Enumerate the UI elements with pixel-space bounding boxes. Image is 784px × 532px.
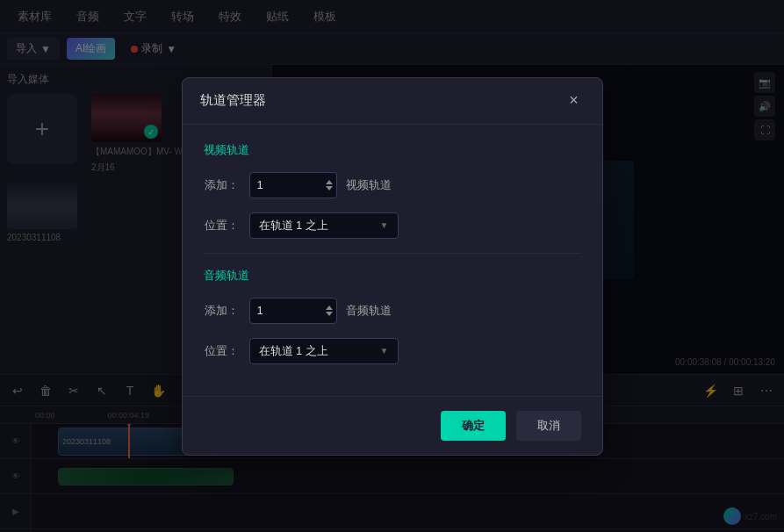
dialog-close-button[interactable]: × — [564, 90, 585, 111]
dialog-header: 轨道管理器 × — [183, 78, 602, 125]
audio-section-title: 音频轨道 — [204, 268, 581, 284]
cancel-button[interactable]: 取消 — [516, 411, 581, 441]
dialog-footer: 确定 取消 — [183, 396, 602, 455]
audio-add-label: 添加： — [204, 303, 239, 319]
audio-track-unit: 音频轨道 — [346, 303, 392, 319]
video-position-chevron-icon: ▼ — [380, 220, 389, 230]
track-manager-dialog: 轨道管理器 × 视频轨道 添加： 视频轨道 — [182, 77, 603, 456]
video-add-input[interactable] — [250, 178, 312, 191]
dialog-divider — [204, 253, 581, 254]
audio-add-spinner[interactable] — [249, 298, 337, 324]
audio-position-row: 位置： 在轨道 1 之上 ▼ — [204, 338, 581, 364]
video-track-unit: 视频轨道 — [346, 177, 392, 193]
video-add-spinner-buttons — [326, 180, 333, 191]
dialog-body: 视频轨道 添加： 视频轨道 位置： — [183, 125, 602, 396]
dialog-overlay: 轨道管理器 × 视频轨道 添加： 视频轨道 — [0, 0, 784, 532]
dialog-title: 轨道管理器 — [200, 92, 266, 109]
audio-add-spinner-buttons — [326, 306, 333, 316]
audio-add-decrement-button[interactable] — [326, 312, 333, 316]
video-add-label: 添加： — [204, 177, 239, 193]
video-add-row: 添加： 视频轨道 — [204, 172, 581, 198]
audio-position-chevron-icon: ▼ — [380, 346, 389, 356]
audio-add-input-group: 音频轨道 — [249, 298, 392, 324]
audio-position-select[interactable]: 在轨道 1 之上 ▼ — [249, 338, 399, 364]
confirm-button[interactable]: 确定 — [441, 411, 506, 441]
video-add-spinner[interactable] — [249, 172, 337, 198]
video-section-title: 视频轨道 — [204, 142, 581, 158]
video-position-value: 在轨道 1 之上 — [259, 218, 328, 234]
audio-add-input[interactable] — [250, 304, 312, 317]
audio-add-increment-button[interactable] — [326, 306, 333, 310]
video-add-input-group: 视频轨道 — [249, 172, 392, 198]
audio-position-value: 在轨道 1 之上 — [259, 343, 328, 359]
audio-position-label: 位置： — [204, 343, 239, 359]
audio-add-row: 添加： 音频轨道 — [204, 298, 581, 324]
video-add-increment-button[interactable] — [326, 180, 333, 184]
video-position-row: 位置： 在轨道 1 之上 ▼ — [204, 212, 581, 239]
video-position-select[interactable]: 在轨道 1 之上 ▼ — [249, 212, 399, 239]
video-add-decrement-button[interactable] — [326, 186, 333, 191]
video-position-label: 位置： — [204, 218, 239, 234]
